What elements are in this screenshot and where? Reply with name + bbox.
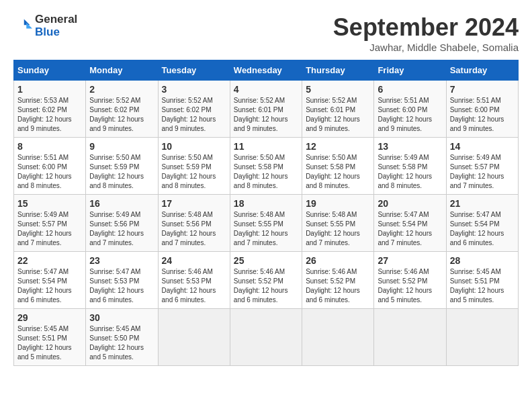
day-number: 14 [450, 141, 515, 152]
table-row: 2Sunrise: 5:52 AM Sunset: 6:02 PM Daylig… [86, 81, 158, 138]
day-number: 5 [306, 84, 370, 95]
table-row: 23Sunrise: 5:47 AM Sunset: 5:53 PM Dayli… [86, 252, 158, 309]
day-info: Sunrise: 5:46 AM Sunset: 5:52 PM Dayligh… [306, 267, 370, 305]
table-row: 6Sunrise: 5:51 AM Sunset: 6:00 PM Daylig… [374, 81, 446, 138]
day-number: 2 [89, 84, 154, 95]
day-number: 18 [234, 198, 298, 209]
day-number: 4 [234, 84, 298, 95]
table-row: 13Sunrise: 5:49 AM Sunset: 5:58 PM Dayli… [374, 138, 446, 195]
day-info: Sunrise: 5:49 AM Sunset: 5:57 PM Dayligh… [450, 153, 515, 191]
day-info: Sunrise: 5:46 AM Sunset: 5:52 PM Dayligh… [234, 267, 298, 305]
calendar-week-row: 15Sunrise: 5:49 AM Sunset: 5:57 PM Dayli… [14, 195, 519, 252]
day-number: 24 [162, 255, 226, 266]
table-row: 24Sunrise: 5:46 AM Sunset: 5:53 PM Dayli… [158, 252, 230, 309]
svg-marker-1 [26, 22, 32, 28]
day-info: Sunrise: 5:48 AM Sunset: 5:55 PM Dayligh… [234, 210, 298, 248]
day-number: 23 [89, 255, 154, 266]
day-info: Sunrise: 5:47 AM Sunset: 5:54 PM Dayligh… [17, 267, 82, 305]
table-row: 29Sunrise: 5:45 AM Sunset: 5:51 PM Dayli… [14, 309, 86, 366]
table-row: 5Sunrise: 5:52 AM Sunset: 6:01 PM Daylig… [302, 81, 374, 138]
day-info: Sunrise: 5:51 AM Sunset: 6:00 PM Dayligh… [17, 153, 82, 191]
table-row: 17Sunrise: 5:48 AM Sunset: 5:56 PM Dayli… [158, 195, 230, 252]
day-info: Sunrise: 5:48 AM Sunset: 5:55 PM Dayligh… [306, 210, 370, 248]
table-row: 28Sunrise: 5:45 AM Sunset: 5:51 PM Dayli… [446, 252, 518, 309]
location-subtitle: Jawhar, Middle Shabele, Somalia [333, 42, 519, 53]
day-number: 30 [89, 312, 154, 323]
calendar-week-row: 29Sunrise: 5:45 AM Sunset: 5:51 PM Dayli… [14, 309, 519, 366]
day-info: Sunrise: 5:50 AM Sunset: 5:59 PM Dayligh… [162, 153, 226, 191]
day-number: 20 [378, 198, 442, 209]
day-number: 12 [306, 141, 370, 152]
table-row: 9Sunrise: 5:50 AM Sunset: 5:59 PM Daylig… [86, 138, 158, 195]
day-info: Sunrise: 5:45 AM Sunset: 5:51 PM Dayligh… [17, 324, 82, 362]
day-number: 21 [450, 198, 515, 209]
table-row: 10Sunrise: 5:50 AM Sunset: 5:59 PM Dayli… [158, 138, 230, 195]
table-row [230, 309, 302, 366]
day-info: Sunrise: 5:46 AM Sunset: 5:52 PM Dayligh… [378, 267, 442, 305]
title-section: September 2024 Jawhar, Middle Shabele, S… [333, 13, 519, 53]
day-number: 9 [89, 141, 154, 152]
table-row: 12Sunrise: 5:50 AM Sunset: 5:58 PM Dayli… [302, 138, 374, 195]
calendar-week-row: 22Sunrise: 5:47 AM Sunset: 5:54 PM Dayli… [14, 252, 519, 309]
table-row [446, 309, 518, 366]
day-info: Sunrise: 5:51 AM Sunset: 6:00 PM Dayligh… [378, 96, 442, 134]
header-saturday: Saturday [446, 60, 518, 81]
logo-blue: Blue [35, 26, 77, 39]
table-row: 27Sunrise: 5:46 AM Sunset: 5:52 PM Dayli… [374, 252, 446, 309]
day-info: Sunrise: 5:46 AM Sunset: 5:53 PM Dayligh… [162, 267, 226, 305]
day-info: Sunrise: 5:48 AM Sunset: 5:56 PM Dayligh… [162, 210, 226, 248]
day-info: Sunrise: 5:47 AM Sunset: 5:54 PM Dayligh… [450, 210, 515, 248]
day-number: 13 [378, 141, 442, 152]
day-info: Sunrise: 5:53 AM Sunset: 6:02 PM Dayligh… [17, 96, 82, 134]
table-row: 15Sunrise: 5:49 AM Sunset: 5:57 PM Dayli… [14, 195, 86, 252]
table-row: 20Sunrise: 5:47 AM Sunset: 5:54 PM Dayli… [374, 195, 446, 252]
day-info: Sunrise: 5:52 AM Sunset: 6:01 PM Dayligh… [234, 96, 298, 134]
day-number: 10 [162, 141, 226, 152]
day-number: 19 [306, 198, 370, 209]
calendar-week-row: 1Sunrise: 5:53 AM Sunset: 6:02 PM Daylig… [14, 81, 519, 138]
logo: General Blue [13, 13, 77, 38]
day-number: 17 [162, 198, 226, 209]
table-row: 19Sunrise: 5:48 AM Sunset: 5:55 PM Dayli… [302, 195, 374, 252]
header-monday: Monday [86, 60, 158, 81]
day-info: Sunrise: 5:49 AM Sunset: 5:56 PM Dayligh… [89, 210, 154, 248]
table-row [374, 309, 446, 366]
day-number: 15 [17, 198, 82, 209]
day-number: 1 [17, 84, 82, 95]
day-info: Sunrise: 5:47 AM Sunset: 5:53 PM Dayligh… [89, 267, 154, 305]
table-row: 14Sunrise: 5:49 AM Sunset: 5:57 PM Dayli… [446, 138, 518, 195]
table-row: 30Sunrise: 5:45 AM Sunset: 5:50 PM Dayli… [86, 309, 158, 366]
header-friday: Friday [374, 60, 446, 81]
day-number: 7 [450, 84, 515, 95]
table-row [302, 309, 374, 366]
month-title: September 2024 [333, 13, 519, 42]
day-info: Sunrise: 5:49 AM Sunset: 5:57 PM Dayligh… [17, 210, 82, 248]
day-info: Sunrise: 5:50 AM Sunset: 5:59 PM Dayligh… [89, 153, 154, 191]
table-row: 16Sunrise: 5:49 AM Sunset: 5:56 PM Dayli… [86, 195, 158, 252]
day-info: Sunrise: 5:51 AM Sunset: 6:00 PM Dayligh… [450, 96, 515, 134]
day-info: Sunrise: 5:50 AM Sunset: 5:58 PM Dayligh… [306, 153, 370, 191]
day-number: 28 [450, 255, 515, 266]
day-info: Sunrise: 5:45 AM Sunset: 5:50 PM Dayligh… [89, 324, 154, 362]
day-info: Sunrise: 5:52 AM Sunset: 6:02 PM Dayligh… [89, 96, 154, 134]
table-row: 26Sunrise: 5:46 AM Sunset: 5:52 PM Dayli… [302, 252, 374, 309]
header-sunday: Sunday [14, 60, 86, 81]
day-number: 3 [162, 84, 226, 95]
day-info: Sunrise: 5:45 AM Sunset: 5:51 PM Dayligh… [450, 267, 515, 305]
table-row: 8Sunrise: 5:51 AM Sunset: 6:00 PM Daylig… [14, 138, 86, 195]
calendar-week-row: 8Sunrise: 5:51 AM Sunset: 6:00 PM Daylig… [14, 138, 519, 195]
page-header: General Blue September 2024 Jawhar, Midd… [13, 13, 519, 53]
table-row: 11Sunrise: 5:50 AM Sunset: 5:58 PM Dayli… [230, 138, 302, 195]
day-number: 11 [234, 141, 298, 152]
day-number: 26 [306, 255, 370, 266]
day-number: 29 [17, 312, 82, 323]
table-row: 18Sunrise: 5:48 AM Sunset: 5:55 PM Dayli… [230, 195, 302, 252]
table-row: 4Sunrise: 5:52 AM Sunset: 6:01 PM Daylig… [230, 81, 302, 138]
table-row [158, 309, 230, 366]
day-info: Sunrise: 5:52 AM Sunset: 6:01 PM Dayligh… [306, 96, 370, 134]
header-tuesday: Tuesday [158, 60, 230, 81]
day-number: 22 [17, 255, 82, 266]
calendar-table: Sunday Monday Tuesday Wednesday Thursday… [13, 60, 519, 366]
table-row: 22Sunrise: 5:47 AM Sunset: 5:54 PM Dayli… [14, 252, 86, 309]
header-wednesday: Wednesday [230, 60, 302, 81]
